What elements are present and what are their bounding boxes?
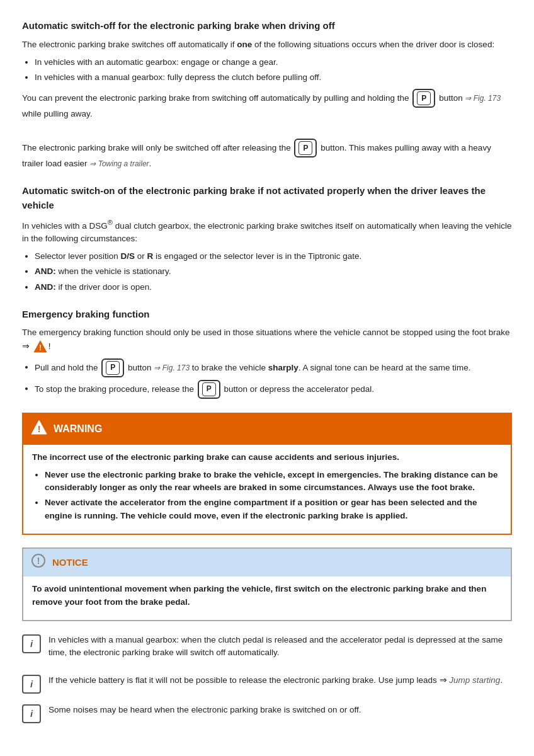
- warning-triangle-header-icon: !: [31, 419, 47, 440]
- bullet-item: In vehicles with an automatic gearbox: e…: [35, 56, 512, 69]
- warning-triangle-inline: !: [33, 340, 47, 353]
- heading-auto-switch-off: Automatic switch-off for the electronic …: [22, 19, 512, 33]
- bullet-item: AND: when the vehicle is stationary.: [35, 265, 512, 278]
- warning-bullet-1: Never use the electronic parking brake t…: [45, 469, 502, 495]
- p-button-icon: P: [417, 91, 431, 105]
- warning-bullet-2: Never activate the accelerator from the …: [45, 496, 502, 522]
- info-block-1: i In vehicles with a manual gearbox: whe…: [22, 634, 512, 665]
- section-emergency-braking: Emergency braking function The emergency…: [22, 307, 512, 399]
- notice-info-icon: !: [31, 553, 46, 568]
- notice-text: To avoid unintentional movement when par…: [32, 583, 502, 609]
- bullets-auto-switch-on: Selector lever position D/S or R is enga…: [35, 250, 512, 294]
- section-auto-switch-off: Automatic switch-off for the electronic …: [22, 19, 512, 170]
- bullets-auto-switch-off: In vehicles with an automatic gearbox: e…: [35, 56, 512, 84]
- info-para-3: Some noises may be heard when the electr…: [48, 704, 512, 716]
- p-button-emergency: P: [101, 358, 124, 377]
- warning-triangle-icon-header: !: [31, 419, 47, 435]
- warning-body: The incorrect use of the electronic park…: [23, 445, 511, 534]
- fig173-link[interactable]: Fig. 173: [474, 94, 501, 103]
- jump-starting-link[interactable]: Jump starting: [449, 675, 500, 685]
- svg-text:!: !: [38, 424, 41, 434]
- p-button-icon-stop: P: [202, 382, 216, 396]
- info-icon-1: i: [22, 634, 41, 653]
- warning-triangle-icon: !: [33, 340, 47, 353]
- info-block-3: i Some noises may be heard when the elec…: [22, 704, 512, 723]
- intro-emergency-braking: The emergency braking function should on…: [22, 326, 512, 353]
- info-icon-3: i: [22, 704, 41, 723]
- p-button-inline-2: P: [294, 139, 317, 158]
- p-button-icon-2: P: [298, 141, 312, 155]
- warning-box: ! WARNING The incorrect use of the elect…: [22, 413, 512, 535]
- intro-auto-switch-on: In vehicles with a DSG® dual clutch gear…: [22, 217, 512, 245]
- notice-body: To avoid unintentional movement when par…: [23, 576, 511, 620]
- notice-label: NOTICE: [52, 556, 88, 570]
- bullet-item: In vehicles with a manual gearbox: fully…: [35, 71, 512, 84]
- heading-auto-switch-on: Automatic switch-on of the electronic pa…: [22, 184, 512, 212]
- p-button-inline: P: [412, 89, 435, 108]
- warning-bold-statement: The incorrect use of the electronic park…: [32, 451, 502, 464]
- fig173-link-2[interactable]: Fig. 173: [162, 363, 190, 372]
- notice-header: ! NOTICE: [23, 549, 511, 577]
- bullets-emergency: Pull and hold the P button ⇒ Fig. 173 to…: [35, 358, 512, 399]
- bullet-item-pull: Pull and hold the P button ⇒ Fig. 173 to…: [35, 358, 512, 377]
- warning-label: WARNING: [54, 421, 102, 437]
- intro-auto-switch-off: The electronic parking brake switches of…: [22, 38, 512, 51]
- info-text-3: Some noises may be heard when the electr…: [48, 704, 512, 721]
- bullet-item: Selector lever position D/S or R is enga…: [35, 250, 512, 263]
- info-para-1: In vehicles with a manual gearbox: when …: [48, 634, 512, 660]
- warning-bullets: Never use the electronic parking brake t…: [45, 469, 502, 522]
- notice-box: ! NOTICE To avoid unintentional movement…: [22, 547, 512, 621]
- warning-header: ! WARNING: [23, 414, 511, 445]
- info-text-1: In vehicles with a manual gearbox: when …: [48, 634, 512, 665]
- info-text-2: If the vehicle battery is flat it will n…: [48, 674, 512, 692]
- svg-text:!: !: [39, 343, 42, 352]
- para1-prevent: You can prevent the electronic parking b…: [22, 89, 512, 120]
- arrow-ref: ⇒ Fig. 173: [465, 94, 501, 103]
- towing-trailer-link[interactable]: Towing a trailer: [98, 159, 149, 168]
- info-block-2: i If the vehicle battery is flat it will…: [22, 674, 512, 694]
- bullet-item: AND: if the driver door is open.: [35, 281, 512, 294]
- heading-emergency-braking: Emergency braking function: [22, 307, 512, 322]
- svg-text:!: !: [37, 556, 40, 566]
- info-icon-2: i: [22, 675, 41, 694]
- notice-circle-icon: !: [31, 553, 46, 573]
- p-button-icon-emergency: P: [106, 361, 120, 375]
- para2-release: The electronic parking brake will only b…: [22, 139, 512, 170]
- section-auto-switch-on: Automatic switch-on of the electronic pa…: [22, 184, 512, 294]
- p-button-stop: P: [198, 380, 220, 399]
- arrow-ref-towing: ⇒ Towing a trailer: [89, 159, 149, 168]
- info-para-2: If the vehicle battery is flat it will n…: [48, 674, 512, 687]
- arrow-ref-fig173-emerg: ⇒ Fig. 173: [154, 363, 190, 372]
- bullet-item-stop: To stop the braking procedure, release t…: [35, 380, 512, 399]
